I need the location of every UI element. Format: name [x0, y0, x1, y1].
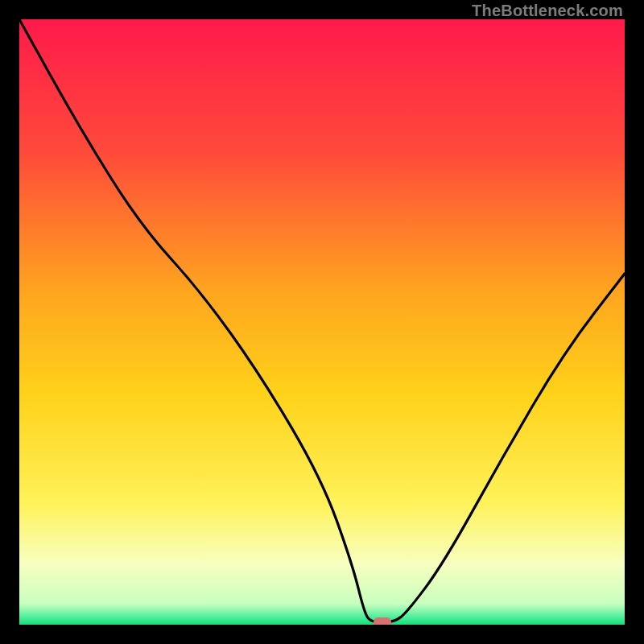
- chart-frame: TheBottleneck.com: [0, 0, 644, 644]
- bottleneck-curve-path: [19, 19, 625, 621]
- curve-layer: [19, 19, 625, 625]
- watermark-text: TheBottleneck.com: [472, 2, 623, 20]
- plot-area: [19, 19, 625, 625]
- optimum-marker: [374, 617, 391, 625]
